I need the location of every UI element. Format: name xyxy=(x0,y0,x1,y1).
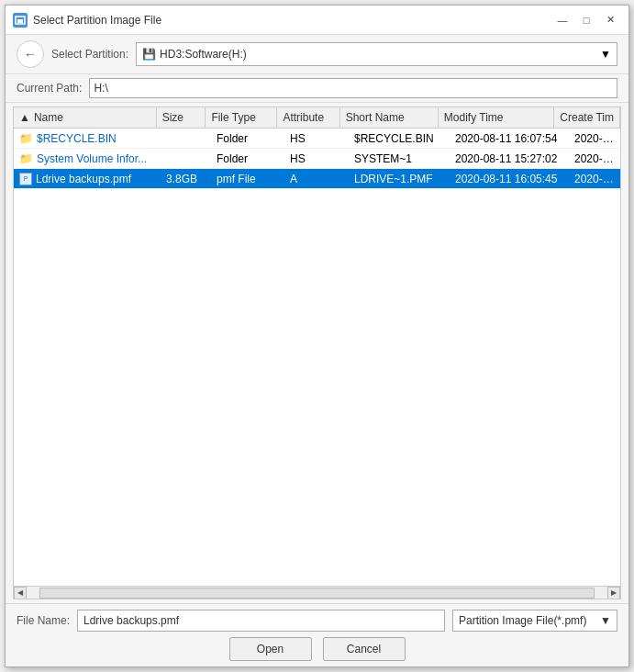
file-shortname-cell: $RECYCLE.BIN xyxy=(349,130,450,147)
window-title: Select Partition Image File xyxy=(33,14,546,27)
minimize-button[interactable]: — xyxy=(551,10,573,30)
file-attr-cell: HS xyxy=(284,130,349,147)
file-createtime-cell: 2020-08-11 xyxy=(569,151,620,167)
cancel-button[interactable]: Cancel xyxy=(323,637,406,661)
col-header-modifytime[interactable]: Modify Time xyxy=(439,107,555,128)
filename-row: File Name: Partition Image File(*.pmf) ▼ xyxy=(17,610,617,632)
file-size-cell xyxy=(161,157,211,161)
file-type-cell: Folder xyxy=(211,151,284,167)
file-type-cell: Folder xyxy=(211,130,284,147)
file-list-container: ▲ Name Size File Type Attribute Short Na… xyxy=(13,106,621,599)
app-icon xyxy=(13,13,28,28)
col-header-attribute[interactable]: Attribute xyxy=(277,107,339,128)
filetype-dropdown-arrow-icon: ▼ xyxy=(600,614,611,627)
file-createtime-cell: 2020-08-11 xyxy=(569,130,620,147)
table-row[interactable]: 📁 System Volume Infor... Folder HS SYSTE… xyxy=(14,149,620,169)
col-header-filetype[interactable]: File Type xyxy=(206,107,277,128)
col-header-size[interactable]: Size xyxy=(157,107,206,128)
file-name-cell: 📁 System Volume Infor... xyxy=(14,151,161,167)
file-shortname-cell: SYSTEM~1 xyxy=(349,151,450,167)
filetype-value: Partition Image File(*.pmf) xyxy=(459,614,586,627)
scroll-right-button[interactable]: ▶ xyxy=(607,587,620,599)
folder-icon: 📁 xyxy=(19,152,33,165)
file-shortname-cell: LDRIVE~1.PMF xyxy=(349,171,450,187)
file-createtime-cell: 2020-08-11 xyxy=(569,171,620,187)
col-name-label: Name xyxy=(34,111,63,124)
file-list-header: ▲ Name Size File Type Attribute Short Na… xyxy=(14,107,620,129)
maximize-button[interactable]: □ xyxy=(575,10,597,30)
col-modify-label: Modify Time xyxy=(444,111,504,124)
file-size-cell: 3.8GB xyxy=(161,171,211,187)
file-name-text: $RECYCLE.BIN xyxy=(37,132,117,145)
filename-input[interactable] xyxy=(77,610,445,632)
col-shortname-label: Short Name xyxy=(346,111,405,124)
file-list-body: 📁 $RECYCLE.BIN Folder HS $RECYCLE.BIN 20… xyxy=(14,129,620,586)
pmf-file-icon: P xyxy=(19,173,32,185)
col-header-name[interactable]: ▲ Name xyxy=(14,107,157,128)
col-header-shortname[interactable]: Short Name xyxy=(340,107,439,128)
title-bar: Select Partition Image File — □ ✕ xyxy=(6,6,628,35)
partition-value: HD3:Software(H:) xyxy=(160,48,247,61)
open-button[interactable]: Open xyxy=(229,637,312,661)
sort-up-icon: ▲ xyxy=(19,111,30,124)
dropdown-arrow-icon: ▼ xyxy=(600,48,611,61)
file-name-text: System Volume Infor... xyxy=(37,152,147,165)
path-label: Current Path: xyxy=(17,82,82,95)
path-bar: Current Path: xyxy=(6,74,628,103)
partition-icon: 💾 xyxy=(142,48,156,61)
filetype-dropdown[interactable]: Partition Image File(*.pmf) ▼ xyxy=(452,610,617,632)
folder-icon: 📁 xyxy=(19,132,33,145)
file-attr-cell: HS xyxy=(284,151,349,167)
file-name-text: Ldrive backups.pmf xyxy=(36,173,131,185)
file-attr-cell: A xyxy=(284,171,349,187)
back-button[interactable]: ← xyxy=(17,40,44,68)
bottom-bar: File Name: Partition Image File(*.pmf) ▼… xyxy=(6,603,628,666)
partition-label: Select Partition: xyxy=(51,48,128,61)
svg-rect-1 xyxy=(17,19,23,23)
file-modifytime-cell: 2020-08-11 16:05:45 xyxy=(450,171,569,187)
file-modifytime-cell: 2020-08-11 16:07:54 xyxy=(450,130,569,147)
file-type-cell: pmf File xyxy=(211,171,284,187)
toolbar: ← Select Partition: 💾 HD3:Software(H:) ▼ xyxy=(6,35,628,74)
file-name-cell: 📁 $RECYCLE.BIN xyxy=(14,130,161,147)
file-name-cell: P Ldrive backups.pmf xyxy=(14,171,161,187)
main-window: Select Partition Image File — □ ✕ ← Sele… xyxy=(5,5,629,667)
path-input[interactable] xyxy=(89,78,617,98)
horizontal-scrollbar: ◀ ▶ xyxy=(14,586,620,599)
filename-label: File Name: xyxy=(17,614,70,627)
window-controls: — □ ✕ xyxy=(551,10,621,30)
col-attr-label: Attribute xyxy=(283,111,324,124)
file-modifytime-cell: 2020-08-11 15:27:02 xyxy=(450,151,569,167)
table-row[interactable]: 📁 $RECYCLE.BIN Folder HS $RECYCLE.BIN 20… xyxy=(14,129,620,149)
col-size-label: Size xyxy=(162,111,184,124)
file-size-cell xyxy=(161,137,211,140)
scrollbar-track[interactable] xyxy=(39,588,595,599)
button-row: Open Cancel xyxy=(17,637,617,661)
col-create-label: Create Tim xyxy=(560,111,614,124)
partition-dropdown[interactable]: 💾 HD3:Software(H:) ▼ xyxy=(136,42,617,66)
scroll-left-button[interactable]: ◀ xyxy=(14,587,27,599)
close-button[interactable]: ✕ xyxy=(599,10,621,30)
col-header-createtime[interactable]: Create Tim xyxy=(554,107,620,128)
table-row[interactable]: P Ldrive backups.pmf 3.8GB pmf File A LD… xyxy=(14,169,620,189)
col-filetype-label: File Type xyxy=(211,111,255,124)
